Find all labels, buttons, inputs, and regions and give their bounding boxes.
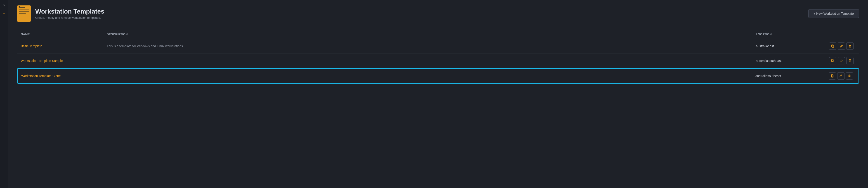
svg-rect-4 <box>19 11 29 12</box>
copy-button-basic-template[interactable] <box>829 42 836 50</box>
svg-rect-12 <box>849 60 851 62</box>
table-header: Name Description Location <box>17 30 859 39</box>
page-icon <box>17 5 31 22</box>
copy-icon <box>831 74 834 77</box>
delete-button-workstation-template-sample[interactable] <box>846 57 854 64</box>
row-description-basic-template: This is a template for Windows and Linux… <box>107 44 756 48</box>
edit-button-workstation-template-sample[interactable] <box>838 57 845 64</box>
templates-table: Name Description Location Basic Template… <box>17 30 859 183</box>
svg-rect-5 <box>19 13 26 14</box>
row-location-basic-template: australiaeast <box>756 44 819 48</box>
edit-icon <box>839 74 842 77</box>
svg-rect-3 <box>19 9 29 10</box>
column-header-location: Location <box>756 33 819 36</box>
sidebar-arrow-icon[interactable]: » <box>3 3 5 7</box>
column-header-actions <box>819 33 855 36</box>
edit-button-basic-template[interactable] <box>838 42 845 50</box>
edit-icon <box>840 44 843 48</box>
row-location-workstation-template-sample: australiasoutheast <box>756 59 819 63</box>
header-left: Workstation Templates Create, modify and… <box>17 5 104 22</box>
copy-icon <box>831 44 834 48</box>
table-row-selected: Workstation Template Clone australiasout… <box>17 68 859 84</box>
delete-icon <box>848 74 851 77</box>
sidebar-add-icon[interactable]: + <box>3 11 5 17</box>
page-subtitle: Create, modify and remove workstation te… <box>35 16 104 20</box>
edit-icon <box>840 59 843 62</box>
row-actions-basic-template <box>819 42 855 50</box>
row-actions-workstation-template-clone <box>819 72 855 80</box>
row-name-workstation-template-sample[interactable]: Workstation Template Sample <box>21 59 107 63</box>
svg-rect-6 <box>19 6 20 7</box>
new-workstation-template-button[interactable]: + New Workstation Template <box>808 9 859 18</box>
page-title: Workstation Templates <box>35 8 104 15</box>
row-actions-workstation-template-sample <box>819 57 855 64</box>
page-title-group: Workstation Templates Create, modify and… <box>35 8 104 20</box>
svg-rect-9 <box>849 45 851 47</box>
column-header-name: Name <box>21 33 107 36</box>
copy-button-workstation-template-sample[interactable] <box>829 57 836 64</box>
edit-button-workstation-template-clone[interactable] <box>837 72 844 80</box>
workstation-template-icon <box>17 5 31 22</box>
copy-icon <box>831 59 834 62</box>
row-location-workstation-template-clone: australiasoutheast <box>755 74 819 78</box>
column-header-description: Description <box>107 33 756 36</box>
delete-icon <box>848 59 851 62</box>
main-content: Workstation Templates Create, modify and… <box>8 0 868 188</box>
delete-button-basic-template[interactable] <box>846 42 854 50</box>
sidebar-toggle: » + <box>0 0 8 188</box>
svg-rect-15 <box>849 75 850 77</box>
svg-rect-2 <box>19 7 25 8</box>
table-row: Workstation Template Sample australiasou… <box>17 54 859 68</box>
copy-button-workstation-template-clone[interactable] <box>829 72 836 80</box>
row-name-basic-template[interactable]: Basic Template <box>21 44 107 48</box>
delete-icon <box>848 44 851 48</box>
delete-button-workstation-template-clone[interactable] <box>846 72 853 80</box>
table-row: Basic Template This is a template for Wi… <box>17 39 859 54</box>
page-header: Workstation Templates Create, modify and… <box>17 5 859 22</box>
row-name-workstation-template-clone[interactable]: Workstation Template Clone <box>21 74 107 78</box>
